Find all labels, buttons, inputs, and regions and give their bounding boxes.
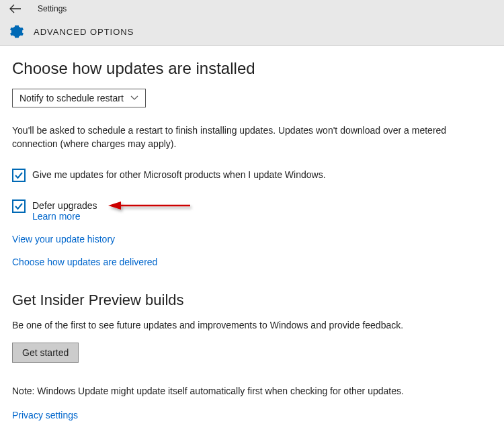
get-started-button[interactable]: Get started [12, 343, 79, 363]
update-mode-dropdown[interactable]: Notify to schedule restart [12, 89, 146, 107]
learn-more-link[interactable]: Learn more [32, 211, 97, 222]
chevron-down-icon [130, 95, 138, 101]
link-updates-delivered[interactable]: Choose how updates are delivered [12, 257, 492, 267]
back-arrow-icon [9, 4, 22, 13]
section-heading-insider: Get Insider Preview builds [12, 292, 492, 309]
checkbox-defer-upgrades[interactable] [12, 199, 26, 213]
update-description: You'll be asked to schedule a restart to… [12, 124, 492, 151]
insider-description: Be one of the first to see future update… [12, 318, 492, 332]
checkbox-label-microsoft-products: Give me updates for other Microsoft prod… [32, 169, 326, 180]
page-subtitle: ADVANCED OPTIONS [34, 27, 134, 37]
back-button[interactable] [9, 4, 22, 13]
link-privacy-settings[interactable]: Privacy settings [12, 410, 492, 420]
checkbox-label-defer: Defer upgrades [32, 199, 97, 211]
note-text: Note: Windows Update might update itself… [12, 386, 492, 396]
header-bar: Settings ADVANCED OPTIONS [0, 0, 504, 46]
header-top: Settings [0, 0, 504, 17]
checkbox-row-defer: Defer upgrades Learn more [12, 199, 492, 222]
svg-marker-1 [108, 202, 121, 210]
check-icon [14, 202, 24, 211]
content-area: Choose how updates are installed Notify … [0, 46, 504, 434]
header-sub: ADVANCED OPTIONS [0, 17, 504, 44]
window-title: Settings [38, 4, 67, 13]
checkbox-row-microsoft-products: Give me updates for other Microsoft prod… [12, 169, 492, 182]
section-heading-updates: Choose how updates are installed [12, 59, 492, 78]
gear-icon [9, 24, 24, 39]
defer-block: Defer upgrades Learn more [32, 199, 97, 222]
annotation-arrow-icon [106, 197, 194, 216]
link-update-history[interactable]: View your update history [12, 234, 492, 244]
checkbox-microsoft-products[interactable] [12, 169, 26, 182]
dropdown-label: Notify to schedule restart [19, 93, 124, 103]
check-icon [14, 171, 24, 180]
